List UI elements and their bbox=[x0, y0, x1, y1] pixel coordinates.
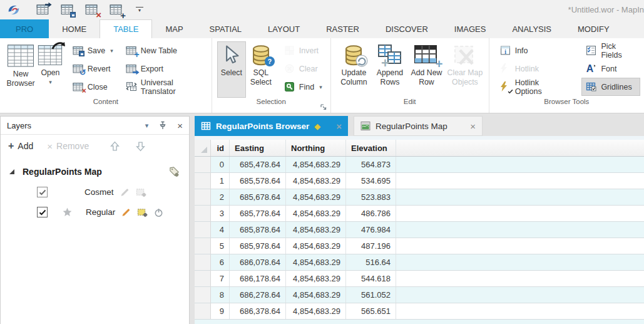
map-options-icon[interactable] bbox=[168, 166, 180, 177]
cell-elevation[interactable]: 564.873 bbox=[346, 157, 396, 172]
find-button[interactable]: Find ▾ bbox=[280, 78, 327, 96]
cell-id[interactable]: 2 bbox=[211, 189, 230, 205]
selectable-icon[interactable] bbox=[137, 207, 148, 217]
cell-northing[interactable]: 4,854,683.29 bbox=[286, 287, 346, 303]
selection-dialog-launcher-icon[interactable] bbox=[320, 103, 327, 111]
append-rows-button[interactable]: + Append Rows bbox=[372, 41, 408, 98]
cell-id[interactable]: 0 bbox=[211, 157, 230, 172]
save-button[interactable]: Save ▾ bbox=[68, 41, 118, 60]
cell-elevation[interactable]: 486.786 bbox=[346, 206, 396, 221]
close-tab-icon[interactable]: × bbox=[470, 122, 476, 131]
cell-northing[interactable]: 4,854,683.29 bbox=[286, 222, 346, 238]
ribbon-tab-images[interactable]: IMAGES bbox=[441, 19, 499, 38]
ribbon-tab-raster[interactable]: RASTER bbox=[313, 19, 372, 38]
ribbon-tab-map[interactable]: MAP bbox=[152, 19, 196, 38]
cell-elevation[interactable]: 544.618 bbox=[346, 271, 396, 286]
column-header-northing[interactable]: Northing bbox=[286, 140, 346, 156]
revert-button[interactable]: ↺ Revert bbox=[68, 60, 118, 78]
new-browser-button[interactable]: New Browser bbox=[5, 41, 36, 98]
cell-id[interactable]: 8 bbox=[211, 287, 230, 303]
close-table-button[interactable]: × bbox=[85, 3, 99, 17]
table-row[interactable]: 6686,078.644,854,683.29516.64 bbox=[195, 254, 644, 271]
layer-row-cosmetic[interactable]: Cosmet bbox=[37, 187, 189, 197]
add-new-row-button[interactable]: + Add New Row bbox=[408, 41, 446, 98]
open-button[interactable]: Open ▾ bbox=[36, 41, 64, 98]
row-selector[interactable] bbox=[195, 238, 211, 254]
universal-translator-button[interactable]: Universal Translator bbox=[121, 78, 208, 96]
map-group-row[interactable]: RegularPoints Map bbox=[9, 166, 189, 177]
cell-elevation[interactable]: 523.883 bbox=[346, 189, 396, 205]
add-layer-button[interactable]: + Add bbox=[8, 141, 33, 151]
table-row[interactable]: 4685,878.644,854,683.29476.984 bbox=[195, 222, 644, 238]
ribbon-tab-home[interactable]: HOME bbox=[49, 19, 100, 38]
column-header-id[interactable]: id bbox=[211, 140, 230, 156]
row-selector[interactable] bbox=[195, 287, 211, 303]
font-button[interactable]: Font bbox=[581, 60, 640, 78]
row-selector[interactable] bbox=[195, 173, 211, 189]
new-table-button[interactable]: + bbox=[110, 3, 123, 17]
close-button[interactable]: × Close bbox=[68, 78, 118, 96]
table-row[interactable]: 8686,278.644,854,683.29561.052 bbox=[195, 287, 644, 303]
cell-easting[interactable]: 685,778.64 bbox=[230, 206, 286, 221]
cell-easting[interactable]: 686,078.64 bbox=[230, 254, 286, 270]
row-selector[interactable] bbox=[195, 271, 211, 286]
row-selector[interactable] bbox=[195, 206, 211, 221]
cell-id[interactable]: 9 bbox=[211, 303, 230, 319]
layer-activity-icon[interactable] bbox=[153, 207, 164, 217]
table-row[interactable]: 1685,578.644,854,683.29534.695 bbox=[195, 173, 644, 189]
ribbon-tab-discover[interactable]: DISCOVER bbox=[372, 19, 441, 38]
row-selector[interactable] bbox=[195, 157, 211, 172]
row-selector[interactable] bbox=[195, 254, 211, 270]
document-tab-map[interactable]: RegularPoints Map × bbox=[354, 116, 483, 136]
cell-easting[interactable]: 685,478.64 bbox=[230, 157, 286, 172]
ribbon-tab-layout[interactable]: LAYOUT bbox=[255, 19, 313, 38]
select-button[interactable]: Select bbox=[217, 41, 246, 98]
cell-id[interactable]: 6 bbox=[211, 254, 230, 270]
ribbon-tab-analysis[interactable]: ANALYSIS bbox=[499, 19, 565, 38]
ribbon-tab-spatial[interactable]: SPATIAL bbox=[197, 19, 255, 38]
row-selector[interactable] bbox=[195, 189, 211, 205]
cell-elevation[interactable]: 561.052 bbox=[346, 287, 396, 303]
ribbon-tab-table[interactable]: TABLE bbox=[100, 19, 152, 38]
cell-id[interactable]: 7 bbox=[211, 271, 230, 286]
table-row[interactable]: 2685,678.644,854,683.29523.883 bbox=[195, 189, 644, 206]
new-table-button[interactable]: + New Table bbox=[121, 41, 208, 60]
cell-northing[interactable]: 4,854,683.29 bbox=[286, 189, 346, 205]
close-panel-icon[interactable]: × bbox=[177, 121, 183, 130]
cell-northing[interactable]: 4,854,683.29 bbox=[286, 206, 346, 221]
gridlines-button[interactable]: Gridlines bbox=[581, 78, 640, 96]
column-header-elevation[interactable]: Elevation bbox=[346, 140, 396, 156]
cell-easting[interactable]: 686,278.64 bbox=[230, 287, 286, 303]
pick-fields-button[interactable]: Pick Fields bbox=[581, 41, 640, 60]
cell-elevation[interactable]: 487.196 bbox=[346, 238, 396, 254]
save-table-button[interactable] bbox=[61, 3, 74, 17]
hotlink-options-button[interactable]: Hotlink Options bbox=[496, 78, 572, 96]
table-row[interactable]: 5685,978.644,854,683.29487.196 bbox=[195, 238, 644, 254]
selectable-icon[interactable] bbox=[136, 187, 146, 197]
column-header-easting[interactable]: Easting bbox=[230, 140, 286, 156]
cell-easting[interactable]: 685,878.64 bbox=[230, 222, 286, 238]
row-selector[interactable] bbox=[195, 222, 211, 238]
info-button[interactable]: Info bbox=[496, 41, 572, 60]
document-tab-browser[interactable]: RegularPoints Browser ◆ × bbox=[195, 116, 348, 136]
ribbon-tab-pro[interactable]: PRO bbox=[0, 19, 49, 38]
table-row[interactable]: 3685,778.644,854,683.29486.786 bbox=[195, 206, 644, 222]
cell-easting[interactable]: 685,578.64 bbox=[230, 173, 286, 189]
cell-northing[interactable]: 4,854,683.29 bbox=[286, 271, 346, 286]
row-selector[interactable] bbox=[195, 303, 211, 319]
table-row[interactable]: 7686,178.644,854,683.29544.618 bbox=[195, 271, 644, 287]
sql-select-button[interactable]: ? SQL Select bbox=[246, 41, 276, 98]
panel-menu-icon[interactable]: ▾ bbox=[145, 122, 149, 130]
select-all-corner[interactable] bbox=[195, 140, 211, 156]
cell-elevation[interactable]: 534.695 bbox=[346, 173, 396, 189]
expand-triangle-icon[interactable] bbox=[9, 169, 15, 175]
cell-easting[interactable]: 685,678.64 bbox=[230, 189, 286, 205]
cell-elevation[interactable]: 476.984 bbox=[346, 222, 396, 238]
cell-id[interactable]: 4 bbox=[211, 222, 230, 238]
editable-pencil-icon[interactable] bbox=[121, 207, 131, 217]
export-button[interactable]: Export bbox=[121, 60, 208, 78]
table-row[interactable]: 0685,478.644,854,683.29564.873 bbox=[195, 157, 644, 173]
layer-row-regular[interactable]: Regular bbox=[37, 207, 189, 217]
editable-pencil-icon[interactable] bbox=[120, 187, 130, 197]
customize-quick-access-icon[interactable]: ▾ bbox=[136, 7, 143, 13]
